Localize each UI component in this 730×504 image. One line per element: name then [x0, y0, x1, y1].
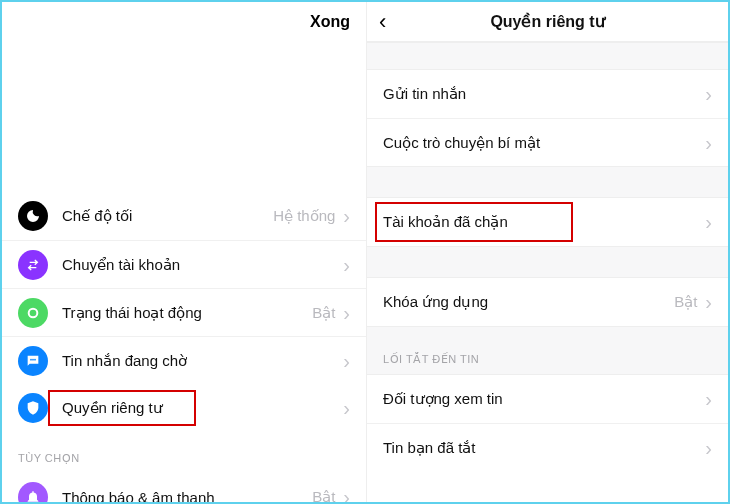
section-gap [367, 42, 728, 70]
row-dark-mode[interactable]: Chế độ tối Hệ thống › [2, 192, 366, 240]
page-title: Quyền riêng tư [490, 12, 604, 31]
privacy-pane: ‹ Quyền riêng tư Gửi tin nhắn › Cuộc trò… [367, 2, 728, 502]
chevron-right-icon: › [343, 487, 350, 502]
bell-icon [18, 482, 48, 502]
svg-point-1 [30, 309, 37, 316]
chevron-right-icon: › [705, 212, 712, 232]
done-button[interactable]: Xong [310, 13, 350, 31]
section-gap [367, 166, 728, 198]
row-label: Khóa ứng dụng [383, 293, 674, 311]
row-label: Chuyển tài khoản [62, 256, 343, 274]
chevron-right-icon: › [343, 398, 350, 418]
row-app-lock[interactable]: Khóa ứng dụng Bật › [367, 278, 728, 326]
row-value: Bật [312, 488, 335, 502]
section-header-story: LỐI TẮT ĐẾN TIN [367, 326, 728, 375]
switch-icon [18, 250, 48, 280]
moon-icon [18, 201, 48, 231]
row-label: Chế độ tối [62, 207, 273, 225]
row-send-message[interactable]: Gửi tin nhắn › [367, 70, 728, 118]
row-message-requests[interactable]: Tin nhắn đang chờ › [2, 336, 366, 384]
chevron-right-icon: › [705, 84, 712, 104]
row-label: Quyền riêng tư [62, 399, 343, 417]
row-value: Bật [674, 293, 697, 311]
row-value: Bật [312, 304, 335, 322]
spacer [2, 42, 366, 192]
svg-point-3 [32, 358, 34, 360]
row-blocked-accounts[interactable]: Tài khoản đã chặn › [367, 198, 728, 246]
message-icon [18, 346, 48, 376]
svg-point-4 [34, 358, 36, 360]
settings-pane: Xong Chế độ tối Hệ thống › Chuyển tài kh… [2, 2, 367, 502]
row-value: Hệ thống [273, 207, 335, 225]
row-label: Trạng thái hoạt động [62, 304, 312, 322]
row-label: Thông báo & âm thanh [62, 489, 312, 503]
left-header: Xong [2, 2, 366, 42]
row-privacy[interactable]: Quyền riêng tư › [2, 384, 366, 432]
chevron-right-icon: › [705, 438, 712, 458]
row-switch-account[interactable]: Chuyển tài khoản › [2, 240, 366, 288]
svg-point-2 [30, 358, 32, 360]
row-label: Tài khoản đã chặn [383, 213, 705, 231]
chevron-right-icon: › [705, 389, 712, 409]
row-label: Tin bạn đã tắt [383, 439, 705, 457]
chevron-right-icon: › [343, 255, 350, 275]
chevron-right-icon: › [343, 206, 350, 226]
row-label: Cuộc trò chuyện bí mật [383, 134, 705, 152]
row-notifications[interactable]: Thông báo & âm thanh Bật › [2, 473, 366, 502]
status-icon [18, 298, 48, 328]
right-header: ‹ Quyền riêng tư [367, 2, 728, 42]
row-secret-conversation[interactable]: Cuộc trò chuyện bí mật › [367, 118, 728, 166]
row-story-muted[interactable]: Tin bạn đã tắt › [367, 423, 728, 471]
chevron-right-icon: › [343, 303, 350, 323]
chevron-right-icon: › [705, 133, 712, 153]
shield-icon [18, 393, 48, 423]
chevron-right-icon: › [705, 292, 712, 312]
row-label: Tin nhắn đang chờ [62, 352, 343, 370]
row-active-status[interactable]: Trạng thái hoạt động Bật › [2, 288, 366, 336]
section-header-options: TÙY CHỌN [2, 432, 366, 473]
chevron-right-icon: › [343, 351, 350, 371]
section-gap [367, 246, 728, 278]
row-story-audience[interactable]: Đối tượng xem tin › [367, 375, 728, 423]
row-label: Gửi tin nhắn [383, 85, 705, 103]
row-label: Đối tượng xem tin [383, 390, 705, 408]
back-button[interactable]: ‹ [379, 9, 386, 35]
